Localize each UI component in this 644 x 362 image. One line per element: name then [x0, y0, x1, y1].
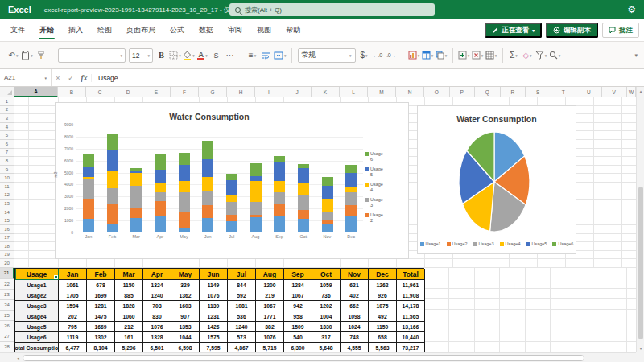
table-cell[interactable]: 621	[341, 280, 369, 290]
row-header-3[interactable]: 3	[0, 114, 14, 123]
table-cell[interactable]: 1098	[341, 311, 369, 322]
viewing-mode-button[interactable]: 正在查看 ▾	[485, 23, 542, 38]
table-cell[interactable]: 678	[87, 280, 115, 290]
find-button[interactable]: ▾	[549, 47, 561, 64]
table-cell[interactable]: 1044	[171, 332, 200, 343]
table-cell[interactable]: 1004	[312, 311, 341, 322]
table-cell[interactable]: 1024	[341, 322, 369, 332]
cell-grid[interactable]	[424, 268, 636, 352]
stacked-bar[interactable]	[130, 168, 142, 232]
row-header-28[interactable]: 28	[0, 342, 14, 352]
stacked-bar[interactable]	[107, 134, 118, 232]
table-cell[interactable]: 11,961	[397, 280, 425, 290]
row-header-19[interactable]: 19	[0, 251, 14, 260]
table-cell[interactable]: 1302	[87, 332, 115, 343]
table-cell[interactable]: 540	[284, 332, 312, 343]
table-cell[interactable]: 219	[256, 290, 284, 301]
table-cell[interactable]: Usage4	[15, 311, 59, 322]
table-cell[interactable]: 1139	[200, 301, 228, 311]
column-header-A[interactable]: A	[14, 87, 58, 97]
table-cell[interactable]: 958	[284, 311, 312, 322]
row-header-10[interactable]: 10	[0, 174, 14, 183]
table-cell[interactable]: 1509	[284, 322, 312, 332]
paste-button[interactable]: ▾	[21, 47, 33, 64]
select-all-corner[interactable]	[0, 87, 14, 97]
table-cell[interactable]: Nov	[341, 269, 369, 280]
table-cell[interactable]: Usage6	[15, 332, 59, 343]
table-cell[interactable]: Usage3	[15, 301, 59, 311]
ribbon-tab-审阅[interactable]: 审阅	[221, 19, 250, 41]
table-cell[interactable]: May	[171, 269, 200, 280]
delete-cells-button[interactable]: ▾	[472, 47, 484, 64]
decrease-decimal-button[interactable]: .0→	[386, 47, 398, 64]
table-cell[interactable]: 736	[312, 290, 341, 301]
row-header-13[interactable]: 13	[0, 200, 14, 208]
scroll-up-icon[interactable]: ▴	[637, 87, 644, 95]
scroll-left-icon[interactable]: ◂	[14, 354, 22, 362]
table-cell[interactable]: Jul	[228, 269, 256, 280]
ribbon-tab-文件[interactable]: 文件	[3, 19, 32, 41]
number-format-select[interactable]: 常规▾	[298, 48, 356, 63]
font-name-select[interactable]: ▾	[58, 48, 126, 63]
table-cell[interactable]: 658	[369, 332, 397, 343]
collapse-toolbar-chevron[interactable]: ▾	[634, 52, 638, 59]
sort-filter-button[interactable]: ▾	[535, 47, 547, 64]
bar-chart[interactable]: Water Consumption m3 0100020003000400050…	[55, 102, 409, 259]
table-cell[interactable]: Sep	[284, 269, 312, 280]
stacked-bar[interactable]	[274, 156, 285, 232]
column-header-T[interactable]: T	[551, 87, 577, 97]
table-cell[interactable]: 1362	[171, 290, 200, 301]
table-cell[interactable]: 1240	[228, 322, 256, 332]
format-painter-button[interactable]	[35, 47, 47, 64]
stacked-bar[interactable]	[155, 154, 166, 232]
name-box[interactable]: A21 ▾	[0, 69, 52, 86]
ribbon-tab-数据[interactable]: 数据	[192, 19, 221, 41]
alignment-button[interactable]: ≡▾	[246, 47, 258, 64]
table-cell[interactable]: 942	[284, 301, 312, 311]
row-header-23[interactable]: 23	[0, 290, 14, 300]
table-cell[interactable]: 11,908	[397, 290, 425, 301]
table-cell[interactable]: 161	[115, 332, 143, 343]
comments-button[interactable]: 批注	[602, 23, 639, 38]
table-cell[interactable]: 1202	[312, 301, 341, 311]
ribbon-tab-公式[interactable]: 公式	[163, 19, 192, 41]
row-header-17[interactable]: 17	[0, 234, 14, 243]
wrap-text-button[interactable]	[260, 47, 272, 64]
column-header-S[interactable]: S	[526, 87, 551, 97]
document-title[interactable]: excel-report-preview-2023-1991-134279114…	[44, 6, 250, 14]
merge-cells-button[interactable]: ▾	[274, 47, 287, 64]
table-cell[interactable]: 1150	[369, 322, 397, 332]
table-cell[interactable]: Usage2	[15, 290, 59, 301]
scroll-down-icon[interactable]: ▾	[637, 344, 644, 352]
column-header-U[interactable]: U	[576, 87, 602, 97]
table-cell[interactable]: Usage5	[15, 322, 59, 332]
table-cell[interactable]: 1575	[200, 332, 228, 343]
column-header-B[interactable]: B	[58, 87, 86, 97]
table-cell[interactable]: 212	[115, 322, 143, 332]
table-cell[interactable]: 382	[256, 322, 284, 332]
table-cell[interactable]: Total	[397, 269, 425, 280]
table-cell[interactable]: 1603	[171, 301, 200, 311]
table-cell[interactable]: 1594	[59, 301, 87, 311]
ribbon-tab-插入[interactable]: 插入	[61, 19, 90, 41]
column-header-W[interactable]: W	[627, 87, 636, 97]
stacked-bar[interactable]	[345, 165, 357, 232]
table-cell[interactable]: 10,440	[397, 332, 425, 343]
cell-styles-button[interactable]: ▾	[436, 47, 448, 64]
table-cell[interactable]: 1076	[200, 290, 228, 301]
table-cell[interactable]: Jan	[59, 269, 87, 280]
row-header-24[interactable]: 24	[0, 300, 14, 311]
table-cell[interactable]: Dec	[369, 269, 397, 280]
ribbon-tab-视图[interactable]: 视图	[250, 19, 279, 41]
table-cell[interactable]: 11,565	[397, 311, 425, 322]
table-cell[interactable]: 329	[171, 280, 200, 290]
table-cell[interactable]: Apr	[143, 269, 171, 280]
bold-button[interactable]: B	[155, 47, 167, 64]
table-cell[interactable]: 844	[228, 280, 256, 290]
pie-chart[interactable]: Water Consumption Usage1Usage2Usage3Usag…	[417, 105, 576, 254]
column-header-Q[interactable]: Q	[475, 87, 501, 97]
table-cell[interactable]: 1076	[143, 322, 171, 332]
table-cell[interactable]: 1699	[87, 290, 115, 301]
row-header-16[interactable]: 16	[0, 225, 14, 234]
row-header-7[interactable]: 7	[0, 149, 14, 158]
